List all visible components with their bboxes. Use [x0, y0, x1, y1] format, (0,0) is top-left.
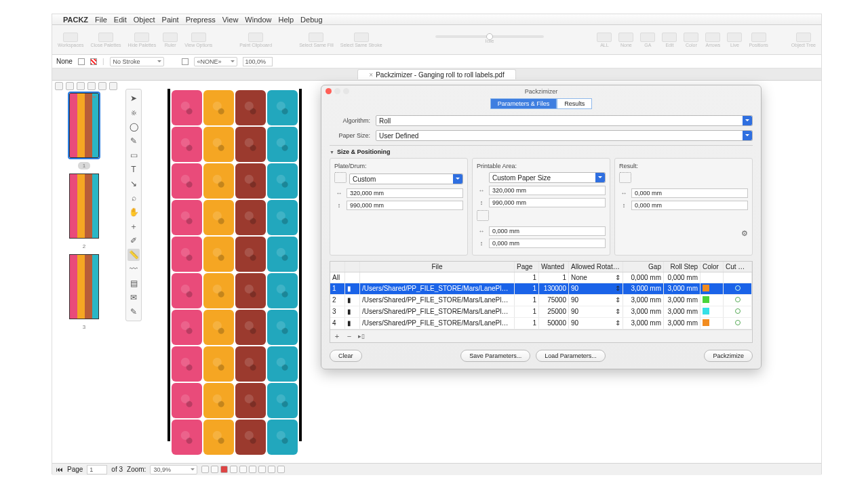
printable-height[interactable]: 990,000 mm [489, 198, 606, 207]
col-gap[interactable]: Gap [623, 262, 664, 272]
tool-text[interactable]: T [127, 163, 140, 176]
canvas[interactable] [161, 85, 310, 449]
tool-path[interactable]: ↘ [127, 178, 140, 190]
gear-icon[interactable]: ⚙︎ [741, 229, 748, 237]
menu-window[interactable]: Window [245, 16, 271, 24]
margin-y[interactable]: 0,000 mm [489, 239, 606, 248]
tb-ruler[interactable]: Ruler [163, 33, 178, 47]
tool-crosshair[interactable]: ＋ [127, 220, 140, 232]
menu-prepress[interactable]: Prepress [186, 16, 216, 24]
plate-height[interactable]: 990,000 mm [347, 201, 463, 210]
tb-select-fill[interactable]: Select Same Fill [299, 33, 334, 47]
tb-view-options[interactable]: View Options [184, 33, 212, 47]
tool-rect[interactable]: ▭ [127, 149, 140, 161]
thumb-1[interactable] [69, 93, 99, 158]
menu-object[interactable]: Object [134, 16, 155, 24]
tool-note[interactable]: ▤ [127, 277, 140, 289]
tb-paint-clipboard[interactable]: Paint Clipboard [239, 33, 272, 47]
overprint-select[interactable]: «NONE» [194, 57, 237, 66]
load-params-button[interactable]: Load Parameters... [536, 350, 606, 362]
tool-pen[interactable]: ✎ [127, 135, 140, 147]
tool-brush[interactable]: 〰 [127, 263, 140, 275]
tb-select-stroke[interactable]: Select Same Stroke [340, 33, 382, 47]
minimize-button[interactable] [334, 88, 340, 94]
fill-swatch[interactable] [78, 58, 85, 65]
document-tab[interactable]: ×Packzimizer - Ganging roll to roll labe… [357, 69, 515, 79]
menu-help[interactable]: Help [278, 16, 294, 24]
printable-width[interactable]: 320,000 mm [489, 186, 606, 195]
status-icon[interactable] [258, 466, 266, 473]
menu-view[interactable]: View [222, 16, 239, 24]
panel-icon[interactable] [87, 82, 96, 90]
tb-ga[interactable]: GA [640, 33, 655, 47]
menu-edit[interactable]: Edit [114, 16, 127, 24]
tb-live[interactable]: Live [727, 33, 742, 47]
panel-icon[interactable] [77, 82, 85, 90]
col-page[interactable]: Page [515, 262, 539, 272]
printable-preset[interactable]: Custom Paper Size [489, 172, 606, 183]
clear-button[interactable]: Clear [330, 350, 362, 362]
close-button[interactable] [326, 88, 332, 94]
tool-direct[interactable]: ⨳ [127, 106, 140, 119]
tab-results[interactable]: Results [557, 98, 592, 109]
tool-select[interactable]: ➤ [127, 92, 140, 104]
table-row[interactable]: 2▮/Users/Shared/PP_FILE_STORE/Mars/LaneP… [330, 295, 752, 306]
status-icon[interactable] [249, 466, 256, 473]
status-icon[interactable] [201, 466, 209, 473]
close-icon[interactable]: × [369, 71, 373, 79]
panel-icon[interactable] [98, 82, 106, 90]
tool-hand[interactable]: ✋ [127, 206, 140, 218]
col-wanted[interactable]: Wanted [539, 262, 569, 272]
tb-workspaces[interactable]: Workspaces [58, 33, 83, 47]
status-icon[interactable] [220, 466, 228, 473]
section-size[interactable]: Size & Positioning [330, 148, 753, 155]
stroke-select[interactable]: No Stroke [110, 57, 164, 66]
zoom-select[interactable]: 30,9% [150, 465, 197, 474]
plate-width[interactable]: 320,000 mm [347, 188, 463, 198]
tb-all[interactable]: ALL [597, 33, 612, 47]
algorithm-select[interactable]: Roll [376, 115, 753, 126]
add-button[interactable]: + [333, 332, 341, 340]
tool-edit[interactable]: ✎ [127, 306, 140, 318]
tb-object-tree[interactable]: Object Tree [791, 33, 816, 47]
zoom-button[interactable] [343, 88, 349, 94]
tb-positions[interactable]: Positions [749, 33, 768, 47]
paper-select[interactable]: User Defined [376, 130, 753, 141]
stroke-swatch[interactable] [90, 58, 97, 65]
tool-comment[interactable]: ✉ [127, 291, 140, 304]
status-icon[interactable] [239, 466, 247, 473]
margin-x[interactable]: 0,000 mm [489, 226, 606, 236]
tb-color[interactable]: Color [684, 33, 698, 47]
overprint-swatch[interactable] [182, 58, 189, 65]
col-rotation[interactable]: Allowed Rotation [569, 262, 623, 272]
status-icon[interactable] [277, 466, 285, 473]
tool-measure[interactable]: 📏 [127, 249, 140, 261]
page-input[interactable]: 1 [87, 465, 107, 474]
table-row[interactable]: 4▮/Users/Shared/PP_FILE_STORE/Mars/LaneP… [330, 318, 752, 329]
tb-close-palettes[interactable]: Close Palettes [90, 33, 121, 47]
stepper-icon[interactable]: ▸▯ [357, 333, 366, 340]
col-cut[interactable]: Cut Path [724, 262, 752, 272]
opacity-input[interactable]: 100,0% [243, 57, 273, 66]
tool-lasso[interactable]: ◯ [127, 121, 140, 133]
nav-first-icon[interactable]: ⏮ [56, 466, 63, 473]
tb-arrows[interactable]: Arrows [705, 33, 720, 47]
status-icon[interactable] [268, 466, 275, 473]
panel-icon[interactable] [109, 82, 117, 90]
table-row[interactable]: 1▮/Users/Shared/PP_FILE_STORE/Mars/LaneP… [330, 283, 752, 295]
col-color[interactable]: Color [701, 262, 724, 272]
tb-edit[interactable]: Edit [662, 33, 677, 47]
save-params-button[interactable]: Save Parameters... [460, 350, 530, 362]
tool-zoom[interactable]: ⌕ [127, 192, 140, 204]
thumb-3[interactable] [69, 254, 99, 319]
menu-paint[interactable]: Paint [162, 16, 179, 24]
menu-file[interactable]: File [95, 16, 107, 24]
tab-parameters[interactable]: Parameters & Files [490, 98, 557, 109]
thumb-2[interactable] [69, 174, 99, 239]
menu-debug[interactable]: Debug [300, 16, 322, 24]
status-icon[interactable] [230, 466, 237, 473]
status-icon[interactable] [211, 466, 218, 473]
remove-button[interactable]: − [345, 332, 353, 340]
panel-icon[interactable] [55, 82, 63, 90]
plate-preset[interactable]: Custom [349, 174, 463, 184]
